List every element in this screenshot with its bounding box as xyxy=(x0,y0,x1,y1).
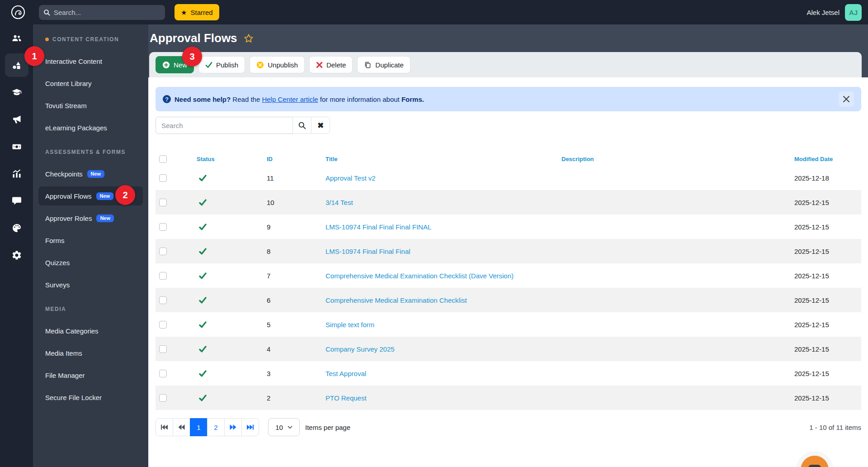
search-clear-button[interactable]: ✖ xyxy=(311,117,330,134)
prev-page-icon xyxy=(178,424,185,430)
rail-item-commerce[interactable] xyxy=(3,133,30,160)
row-checkbox[interactable] xyxy=(159,223,167,231)
annotation-step-1: 1 xyxy=(24,46,44,66)
row-checkbox[interactable] xyxy=(159,345,167,353)
sidebar-item-file-manager[interactable]: File Manager xyxy=(33,364,148,386)
table-header-row: Status ID Title Description Modified Dat… xyxy=(156,152,861,166)
row-title-link[interactable]: Company Survey 2025 xyxy=(326,345,395,353)
row-title-link[interactable]: Approval Test v2 xyxy=(326,174,376,182)
delete-button[interactable]: Delete xyxy=(309,56,353,73)
published-check-icon xyxy=(199,174,207,182)
search-icon xyxy=(298,121,306,129)
sidebar-item-media-items[interactable]: Media Items xyxy=(33,342,148,364)
row-checkbox[interactable] xyxy=(159,394,167,402)
grid-search-input[interactable] xyxy=(156,117,293,134)
page-size-select[interactable]: 10 xyxy=(268,418,300,436)
row-checkbox[interactable] xyxy=(159,272,167,280)
starred-button[interactable]: ★ Starred xyxy=(175,4,219,20)
new-badge: New xyxy=(96,214,114,222)
row-checkbox[interactable] xyxy=(159,174,167,182)
row-title-link[interactable]: Simple text form xyxy=(326,321,374,329)
column-header-title[interactable]: Title xyxy=(318,152,556,166)
icon-rail xyxy=(0,24,33,467)
row-title-link[interactable]: LMS-10974 Final Final Final FINAL xyxy=(326,223,431,231)
rail-item-messaging[interactable] xyxy=(3,187,30,214)
row-checkbox[interactable] xyxy=(159,321,167,329)
tovuti-logo-icon[interactable] xyxy=(11,5,25,19)
rail-item-branding[interactable] xyxy=(3,214,30,242)
search-submit-button[interactable] xyxy=(292,117,311,134)
chart-icon xyxy=(11,168,22,179)
rail-item-learning[interactable] xyxy=(3,79,30,106)
page-2-button[interactable]: 2 xyxy=(207,418,225,436)
last-page-button[interactable] xyxy=(241,418,259,436)
rail-item-marketing[interactable] xyxy=(3,106,30,133)
favorite-star-icon[interactable] xyxy=(244,33,254,43)
published-check-icon xyxy=(199,370,207,377)
publish-button[interactable]: Publish xyxy=(198,56,245,73)
next-page-icon xyxy=(230,424,236,430)
sidebar-item-quizzes[interactable]: Quizzes xyxy=(33,252,148,274)
copy-icon xyxy=(364,61,372,69)
rail-item-settings[interactable] xyxy=(3,242,30,269)
table-row: 5 Simple text form 2025-12-15 xyxy=(156,312,861,337)
row-title-link[interactable]: LMS-10974 Final Final Final xyxy=(326,248,410,255)
sidebar-item-media-categories[interactable]: Media Categories xyxy=(33,320,148,342)
column-header-status[interactable]: Status xyxy=(181,152,259,166)
sidebar-item-elearning-packages[interactable]: eLearning Packages xyxy=(33,117,148,139)
select-all-checkbox[interactable] xyxy=(159,155,167,163)
page-title: Approval Flows xyxy=(150,31,237,45)
avatar[interactable]: AJ xyxy=(845,4,862,21)
chat-icon xyxy=(11,195,22,206)
sidebar-item-surveys[interactable]: Surveys xyxy=(33,274,148,296)
row-title-link[interactable]: Comprehensive Medical Examination Checkl… xyxy=(326,296,467,304)
rail-item-reports[interactable] xyxy=(3,160,30,187)
row-title-link[interactable]: Test Approval xyxy=(326,370,366,377)
prev-page-button[interactable] xyxy=(173,418,190,436)
grid-toolbar: New Publish Unpublish Delete Duplicate xyxy=(149,52,862,77)
sidebar-item-content-library[interactable]: Content Library xyxy=(33,72,148,95)
user-name[interactable]: Alek Jetsel xyxy=(807,9,840,16)
published-check-icon xyxy=(199,223,207,231)
clear-x-icon: ✖ xyxy=(317,121,324,130)
column-header-id[interactable]: ID xyxy=(259,152,318,166)
sidebar-item-forms[interactable]: Forms xyxy=(33,229,148,252)
chevron-down-icon xyxy=(288,426,292,429)
question-circle-icon: ? xyxy=(163,95,171,103)
row-title-link[interactable]: Comprehensive Medical Examination Checkl… xyxy=(326,272,514,280)
rail-item-people[interactable] xyxy=(3,24,30,52)
top-bar: ★ Starred Alek Jetsel AJ xyxy=(0,0,868,24)
gear-icon xyxy=(11,250,22,261)
first-page-button[interactable] xyxy=(156,418,173,436)
published-check-icon xyxy=(199,394,207,402)
row-title-link[interactable]: PTO Request xyxy=(326,394,367,402)
row-checkbox[interactable] xyxy=(159,370,167,377)
column-header-description[interactable]: Description xyxy=(556,152,788,166)
help-center-link[interactable]: Help Center article xyxy=(262,95,318,103)
global-search-input[interactable] xyxy=(54,9,160,16)
row-title-link[interactable]: 3/14 Test xyxy=(326,199,353,206)
unpublish-button[interactable]: Unpublish xyxy=(250,56,305,73)
first-page-icon xyxy=(161,424,168,430)
sidebar: CONTENT CREATION Interactive Content Con… xyxy=(33,24,148,467)
duplicate-button[interactable]: Duplicate xyxy=(357,56,410,73)
row-checkbox[interactable] xyxy=(159,296,167,304)
content-sheet: ? Need some help? Read the Help Center a… xyxy=(148,77,868,467)
sidebar-section-media: MEDIA xyxy=(33,298,148,320)
sidebar-item-approver-roles[interactable]: Approver RolesNew xyxy=(33,207,148,229)
published-check-icon xyxy=(199,296,207,304)
sidebar-item-tovuti-stream[interactable]: Tovuti Stream xyxy=(33,95,148,117)
next-page-button[interactable] xyxy=(224,418,242,436)
sidebar-item-interactive-content[interactable]: Interactive Content xyxy=(33,50,148,72)
banner-close-button[interactable] xyxy=(839,91,854,107)
page-1-button[interactable]: 1 xyxy=(190,418,208,436)
row-checkbox[interactable] xyxy=(159,199,167,206)
row-checkbox[interactable] xyxy=(159,248,167,255)
table-row: 6 Comprehensive Medical Examination Chec… xyxy=(156,288,861,312)
sidebar-item-checkpoints[interactable]: CheckpointsNew xyxy=(33,163,148,185)
sidebar-item-secure-file-locker[interactable]: Secure File Locker xyxy=(33,386,148,409)
money-icon xyxy=(11,141,22,152)
check-icon xyxy=(205,62,212,68)
table-row: 11 Approval Test v2 2025-12-18 xyxy=(156,166,861,190)
column-header-modified[interactable]: Modified Date xyxy=(788,152,861,166)
